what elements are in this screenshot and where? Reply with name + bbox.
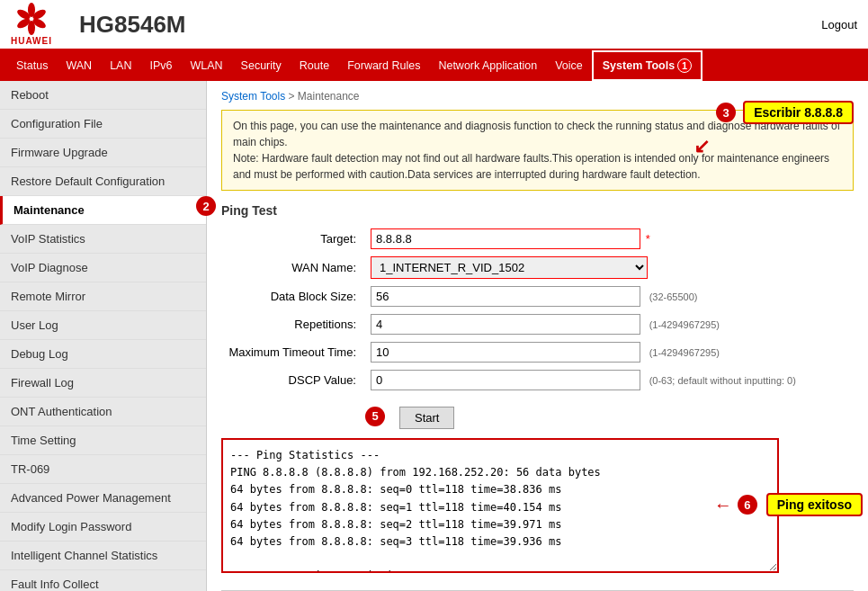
ping-block-size-cell: (32-65500) xyxy=(365,282,854,310)
sidebar-item-tr069[interactable]: TR-069 xyxy=(0,455,206,484)
logo-text: HUAWEI xyxy=(11,36,52,46)
annotation-circle-3: 3 xyxy=(716,103,736,122)
sidebar-item-fault-info[interactable]: Fault Info Collect xyxy=(0,570,206,591)
sidebar-item-voip-diagnose[interactable]: VoIP Diagnose xyxy=(0,254,206,282)
sidebar-item-debug-log[interactable]: Debug Log xyxy=(0,340,206,369)
ping-wan-select[interactable]: 1_INTERNET_R_VID_1502 2_OTHER_VID_1503 xyxy=(371,256,648,279)
annotation-circle-5: 5 xyxy=(365,407,385,426)
ping-wan-label: WAN Name: xyxy=(221,253,365,282)
ping-test-section: Ping Test Target: * WAN Name: 1_INTERNET… xyxy=(221,203,854,576)
nav-ipv6[interactable]: IPv6 xyxy=(140,50,181,81)
nav-security[interactable]: Security xyxy=(232,50,291,81)
nav-network-application[interactable]: Network Application xyxy=(429,50,546,81)
sidebar-item-firewall-log[interactable]: Firewall Log xyxy=(0,369,206,398)
ping-target-cell: * xyxy=(365,225,854,253)
ping-timeout-row: Maximum Timeout Time: (1-4294967295) xyxy=(221,338,854,366)
sidebar-item-user-log[interactable]: User Log xyxy=(0,311,206,340)
nav-wan[interactable]: WAN xyxy=(57,50,101,81)
annotation-6-group: ← 6 Ping exitoso xyxy=(714,493,863,516)
ping-wan-row: WAN Name: 1_INTERNET_R_VID_1502 2_OTHER_… xyxy=(221,253,854,282)
logout-button[interactable]: Logout xyxy=(821,18,857,31)
nav-route[interactable]: Route xyxy=(291,50,338,81)
ping-repetitions-input[interactable] xyxy=(371,314,640,335)
ping-block-size-input[interactable] xyxy=(371,286,640,307)
sidebar: Reboot Configuration File Firmware Upgra… xyxy=(0,81,207,591)
content-area: System Tools > Maintenance On this page,… xyxy=(207,81,868,591)
ping-target-input[interactable] xyxy=(371,228,640,249)
ping-dscp-cell: (0-63; default without inputting: 0) xyxy=(365,366,854,394)
main-layout: Reboot Configuration File Firmware Upgra… xyxy=(0,81,868,591)
logo-area: HUAWEI xyxy=(11,3,52,46)
ping-block-size-label: Data Block Size: xyxy=(221,282,365,310)
annotation-circle-2-wrapper: 2 xyxy=(196,196,219,216)
sidebar-item-time-setting[interactable]: Time Setting xyxy=(0,426,206,455)
ping-form-table: Target: * WAN Name: 1_INTERNET_R_VID_150… xyxy=(221,225,854,394)
ping-timeout-hint: (1-4294967295) xyxy=(649,347,720,358)
ping-target-row: Target: * xyxy=(221,225,854,253)
ping-timeout-label: Maximum Timeout Time: xyxy=(221,338,365,366)
ping-dscp-hint: (0-63; default without inputting: 0) xyxy=(649,375,796,386)
sidebar-item-voip-statistics[interactable]: VoIP Statistics xyxy=(0,225,206,254)
sidebar-item-firmware-upgrade[interactable]: Firmware Upgrade xyxy=(0,139,206,167)
breadcrumb-separator: > xyxy=(288,90,297,103)
ping-repetitions-cell: (1-4294967295) xyxy=(365,310,854,338)
ping-dscp-row: DSCP Value: (0-63; default without input… xyxy=(221,366,854,394)
device-name: HG8546M xyxy=(70,11,821,39)
navbar: Status WAN LAN IPv6 WLAN Security Route … xyxy=(0,50,868,81)
annotation-circle-6: 6 xyxy=(738,495,757,515)
sidebar-item-remote-mirror[interactable]: Remote Mirror xyxy=(0,282,206,311)
ping-repetitions-hint: (1-4294967295) xyxy=(649,319,720,330)
ping-dscp-label: DSCP Value: xyxy=(221,366,365,394)
ping-dscp-input[interactable] xyxy=(371,370,640,390)
nav-badge: 1 xyxy=(677,58,692,73)
ping-output-textarea[interactable]: --- Ping Statistics --- PING 8.8.8.8 (8.… xyxy=(221,438,779,573)
nav-lan[interactable]: LAN xyxy=(101,50,140,81)
nav-system-tools[interactable]: System Tools 1 xyxy=(592,50,702,81)
annotation-arrow-3: ↙ xyxy=(694,135,710,158)
sidebar-item-configuration-file[interactable]: Configuration File xyxy=(0,110,206,139)
ping-block-size-row: Data Block Size: (32-65500) xyxy=(221,282,854,310)
header: HUAWEI HG8546M Logout xyxy=(0,0,868,50)
required-star-target: * xyxy=(646,232,650,246)
breadcrumb-root[interactable]: System Tools xyxy=(221,90,285,103)
sidebar-item-modify-login-password[interactable]: Modify Login Password xyxy=(0,513,206,542)
ping-timeout-cell: (1-4294967295) xyxy=(365,338,854,366)
nav-voice[interactable]: Voice xyxy=(546,50,592,81)
start-button[interactable]: Start xyxy=(399,407,454,429)
info-text2: Note: Hardware fault detection may not f… xyxy=(233,152,829,181)
sidebar-item-intelligent-channel[interactable]: Intelligent Channel Statistics xyxy=(0,542,206,570)
breadcrumb-current: Maintenance xyxy=(298,90,360,103)
nav-wlan[interactable]: WLAN xyxy=(181,50,231,81)
ping-repetitions-row: Repetitions: (1-4294967295) xyxy=(221,310,854,338)
sidebar-item-restore-default[interactable]: Restore Default Configuration xyxy=(0,167,206,196)
ping-repetitions-label: Repetitions: xyxy=(221,310,365,338)
start-button-row: 5 Start xyxy=(365,403,854,429)
nav-forward-rules[interactable]: Forward Rules xyxy=(338,50,429,81)
sidebar-item-ont-authentication[interactable]: ONT Authentication xyxy=(0,398,206,426)
annotation-arrow-6: ← xyxy=(714,495,732,515)
huawei-logo-icon xyxy=(12,3,51,35)
sidebar-item-advanced-power[interactable]: Advanced Power Management xyxy=(0,484,206,513)
ping-test-title: Ping Test xyxy=(221,203,854,218)
ping-output-wrapper: --- Ping Statistics --- PING 8.8.8.8 (8.… xyxy=(221,438,854,576)
sidebar-item-maintenance[interactable]: Maintenance xyxy=(0,196,206,225)
annotation-bubble-3: Escribir 8.8.8.8 xyxy=(743,101,854,124)
ping-block-size-hint: (32-65500) xyxy=(649,291,698,302)
sidebar-item-reboot[interactable]: Reboot xyxy=(0,81,206,110)
annotation-circle-2: 2 xyxy=(196,196,216,216)
ping-wan-cell: 1_INTERNET_R_VID_1502 2_OTHER_VID_1503 4… xyxy=(365,253,854,282)
ping-timeout-input[interactable] xyxy=(371,342,640,363)
nav-status[interactable]: Status xyxy=(7,50,57,81)
annotation-bubble-6: Ping exitoso xyxy=(766,493,863,516)
ping-target-label: Target: xyxy=(221,225,365,253)
